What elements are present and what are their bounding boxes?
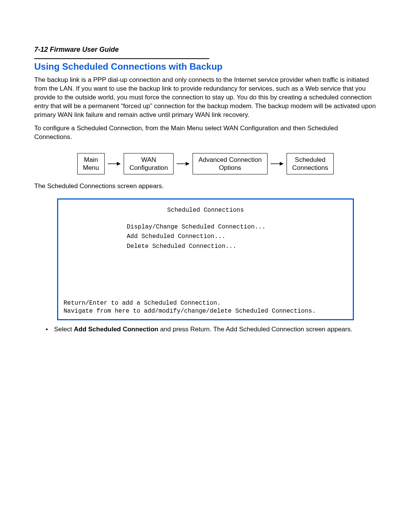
breadcrumb-diagram: Main Menu WAN Configuration Advanced Con… [34,153,377,175]
bullet-text: Select Add Scheduled Connection and pres… [54,326,352,333]
header-rule [34,58,209,59]
arrow-right-icon [271,161,284,166]
paragraph-2: To configure a Scheduled Connection, fro… [34,124,377,142]
terminal-footer-line: Return/Enter to add a Scheduled Connecti… [64,299,316,307]
nav-box-main-menu: Main Menu [77,153,105,175]
bullet-dot-icon: • [46,326,54,333]
page-header: 7-12 Firmware User Guide [34,46,377,54]
arrow-right-icon [177,161,190,166]
bullet-strong: Add Scheduled Connection [74,326,158,333]
document-page: 7-12 Firmware User Guide Using Scheduled… [0,0,411,333]
terminal-footer-line: Navigate from here to add/modify/change/… [64,307,316,315]
nav-box-scheduled-connections: Scheduled Connections [287,153,334,175]
svg-marker-1 [117,162,121,166]
bullet-item: • Select Add Scheduled Connection and pr… [46,326,377,333]
nav-box-wan-config: WAN Configuration [124,153,174,175]
terminal-footer: Return/Enter to add a Scheduled Connecti… [64,299,316,315]
paragraph-1: The backup link is a PPP dial-up connect… [34,76,377,120]
bullet-prefix: Select [54,326,74,333]
terminal-menu-item: Add Scheduled Connection... [127,232,349,242]
bullet-suffix: and press Return. The Add Scheduled Conn… [158,326,352,333]
terminal-title: Scheduled Connections [62,206,349,216]
terminal-screen: Scheduled Connections Display/Change Sch… [57,198,354,320]
terminal-menu-item: Display/Change Scheduled Connection... [127,222,349,232]
section-title: Using Scheduled Connections with Backup [34,61,377,72]
svg-marker-5 [280,162,284,166]
svg-marker-3 [186,162,190,166]
terminal-menu-item: Delete Scheduled Connection... [127,242,349,252]
after-nav-text: The Scheduled Connections screen appears… [34,182,377,191]
nav-box-advanced-options: Advanced Connection Options [193,153,267,175]
arrow-right-icon [108,161,121,166]
